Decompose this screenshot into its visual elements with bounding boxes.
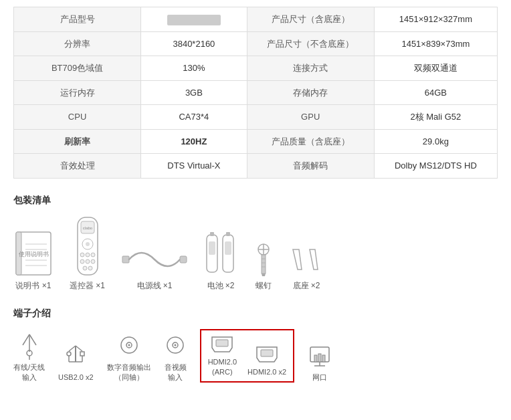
- spec-label: 运行内存: [14, 80, 141, 105]
- svg-line-44: [76, 346, 82, 351]
- svg-point-13: [80, 253, 84, 257]
- hdmi-highlight-group: HDMI2.0(ARC) HDMI2.0 x2: [200, 329, 294, 383]
- svg-rect-24: [210, 232, 214, 236]
- svg-rect-25: [209, 241, 215, 255]
- svg-marker-36: [262, 274, 266, 276]
- spec-label: 产品质量（含底座）: [247, 129, 374, 154]
- spec-value: 64GB: [374, 80, 497, 105]
- svg-point-53: [128, 344, 130, 346]
- battery-icon: [204, 229, 237, 276]
- port-item-av: 音视频输入: [165, 333, 187, 383]
- spec-value: 120HZ: [141, 129, 247, 154]
- spec-value: 3GB: [141, 80, 247, 105]
- book-icon: 使用说明书: [13, 231, 54, 276]
- package-item-screw: 螺钉: [253, 243, 274, 292]
- svg-point-14: [86, 253, 90, 257]
- spec-label: 音效处理: [14, 154, 141, 179]
- cable-icon: [121, 243, 188, 276]
- package-item-book: 使用说明书 说明书 ×1: [13, 231, 54, 292]
- svg-rect-21: [122, 256, 129, 263]
- port-label-hdmi-x2: HDMI2.0 x2: [247, 367, 286, 377]
- spec-value: CA73*4: [141, 105, 247, 130]
- port-label-network: 网口: [312, 373, 327, 383]
- package-item-battery: 电池 ×2: [204, 229, 237, 292]
- ports-items: 有线/天线输入 USB2.0 x2: [13, 329, 498, 383]
- svg-point-16: [80, 259, 84, 264]
- spec-label: 连接方式: [247, 56, 374, 81]
- svg-line-38: [29, 334, 36, 345]
- svg-text:使用说明书: 使用说明书: [19, 251, 49, 257]
- svg-rect-27: [226, 232, 230, 236]
- ports-section: 端子介绍 有线/天线输入: [13, 308, 498, 383]
- svg-point-17: [86, 259, 90, 264]
- package-label-cable: 电源线 ×1: [137, 280, 173, 292]
- svg-point-18: [91, 259, 95, 264]
- package-label-stand: 底座 ×2: [293, 280, 320, 292]
- spec-value: 29.0kg: [374, 129, 497, 154]
- package-label-remote: 遥控器 ×1: [70, 280, 105, 292]
- package-item-remote: clabo 遥控器 ×1: [70, 216, 105, 292]
- svg-rect-32: [262, 255, 266, 274]
- spec-label: CPU: [14, 105, 141, 130]
- port-label-av: 音视频输入: [165, 362, 187, 383]
- svg-point-19: [83, 266, 87, 270]
- port-item-hdmi-x2: HDMI2.0 x2: [247, 344, 286, 377]
- svg-point-45: [67, 352, 71, 356]
- spec-value: XXXXX: [141, 7, 247, 32]
- port-item-hdmi-arc: HDMI2.0(ARC): [208, 334, 237, 378]
- spec-value: Dolby MS12/DTS HD: [374, 154, 497, 179]
- package-item-stand: 底座 ×2: [290, 243, 323, 292]
- svg-point-15: [91, 253, 95, 257]
- spec-value: 双频双通道: [374, 56, 497, 81]
- spec-label: 产品型号: [14, 7, 141, 32]
- spec-value: 3840*2160: [141, 31, 247, 56]
- spec-label: GPU: [247, 105, 374, 130]
- svg-text:clabo: clabo: [82, 226, 92, 230]
- port-label-antenna: 有线/天线输入: [13, 362, 45, 383]
- package-label-book: 说明书 ×1: [15, 280, 51, 292]
- svg-rect-60: [314, 355, 317, 362]
- spec-label: 产品尺寸（不含底座）: [247, 31, 374, 56]
- port-label-coaxial: 数字音频输出（同轴）: [107, 362, 151, 383]
- svg-rect-58: [261, 350, 273, 356]
- spec-label: 刷新率: [14, 129, 141, 154]
- package-items: 使用说明书 说明书 ×1 clabo: [13, 216, 498, 292]
- spec-label: 存储内存: [247, 80, 374, 105]
- svg-point-56: [175, 344, 177, 346]
- svg-rect-57: [216, 340, 228, 346]
- svg-point-20: [88, 266, 92, 270]
- svg-point-12: [86, 242, 90, 246]
- port-item-coaxial: 数字音频输出（同轴）: [107, 333, 151, 383]
- svg-line-37: [23, 334, 29, 345]
- spec-label: 分辨率: [14, 31, 141, 56]
- package-label-battery: 电池 ×2: [207, 280, 235, 292]
- svg-rect-46: [80, 352, 84, 356]
- spec-value: 130%: [141, 56, 247, 81]
- stand-icon: [290, 243, 323, 276]
- hdmi-x2-icon: [254, 344, 280, 364]
- spec-value: DTS Virtual-X: [141, 154, 247, 179]
- av-icon: [165, 333, 185, 360]
- network-icon: [308, 343, 332, 370]
- spec-label: 产品尺寸（含底座）: [247, 7, 374, 32]
- usb-icon: [62, 343, 89, 370]
- spec-label: BT709色域值: [14, 56, 141, 81]
- port-item-antenna: 有线/天线输入: [13, 333, 45, 383]
- svg-rect-61: [318, 354, 321, 362]
- port-label-hdmi-arc: HDMI2.0(ARC): [208, 357, 237, 378]
- screw-icon: [253, 243, 274, 276]
- svg-rect-22: [180, 256, 187, 263]
- svg-line-43: [69, 346, 76, 351]
- svg-rect-28: [225, 241, 231, 255]
- package-title: 包装清单: [13, 195, 498, 207]
- coaxial-icon: [119, 333, 139, 360]
- specs-table: 产品型号XXXXX产品尺寸（含底座）1451×912×327mm分辨率3840*…: [13, 7, 498, 179]
- spec-value: 1451×839×73mm: [374, 31, 497, 56]
- port-item-usb: USB2.0 x2: [58, 343, 94, 383]
- package-item-cable: 电源线 ×1: [121, 243, 188, 292]
- remote-icon: clabo: [74, 216, 101, 276]
- port-item-network: 网口: [308, 343, 332, 383]
- spec-value: 2核 Mali G52: [374, 105, 497, 130]
- ports-title: 端子介绍: [13, 308, 498, 320]
- port-label-usb: USB2.0 x2: [58, 373, 94, 383]
